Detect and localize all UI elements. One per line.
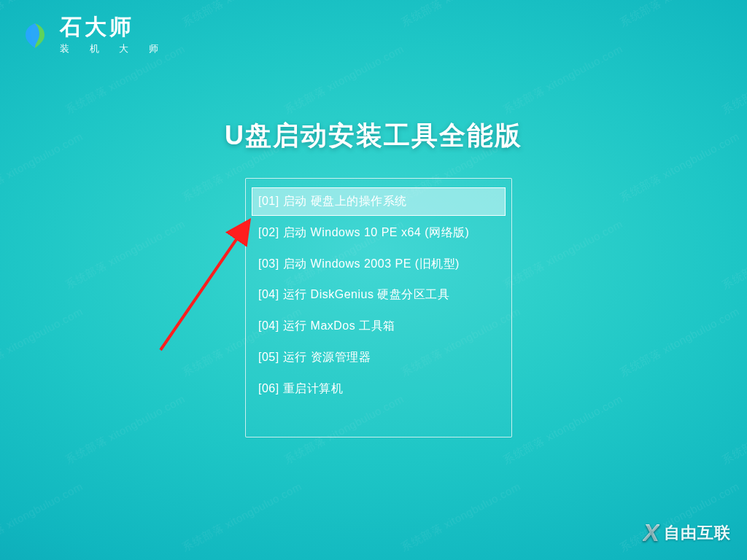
svg-line-0 — [160, 222, 248, 350]
page-title: U盘启动安装工具全能版 — [0, 118, 747, 154]
boot-menu-item-4[interactable]: [04] 运行 MaxDos 工具箱 — [252, 312, 506, 341]
boot-menu-item-5[interactable]: [05] 运行 资源管理器 — [252, 343, 506, 372]
boot-menu-item-0[interactable]: [01] 启动 硬盘上的操作系统 — [252, 187, 506, 216]
logo-brand: 石大师 — [60, 16, 167, 38]
attribution: X 自由互联 — [643, 518, 731, 547]
app-logo: 石大师 装 机 大 师 — [20, 16, 167, 55]
boot-menu-item-2[interactable]: [03] 启动 Windows 2003 PE (旧机型) — [252, 250, 506, 279]
boot-menu-item-3[interactable]: [04] 运行 DiskGenius 硬盘分区工具 — [252, 281, 506, 309]
boot-menu: [01] 启动 硬盘上的操作系统[02] 启动 Windows 10 PE x6… — [245, 178, 512, 438]
logo-tagline: 装 机 大 师 — [60, 42, 167, 55]
attribution-icon: X — [643, 518, 659, 547]
logo-icon — [20, 21, 50, 50]
boot-menu-item-6[interactable]: [06] 重启计算机 — [252, 375, 506, 403]
attribution-label: 自由互联 — [664, 522, 731, 544]
boot-menu-item-1[interactable]: [02] 启动 Windows 10 PE x64 (网络版) — [252, 219, 506, 247]
